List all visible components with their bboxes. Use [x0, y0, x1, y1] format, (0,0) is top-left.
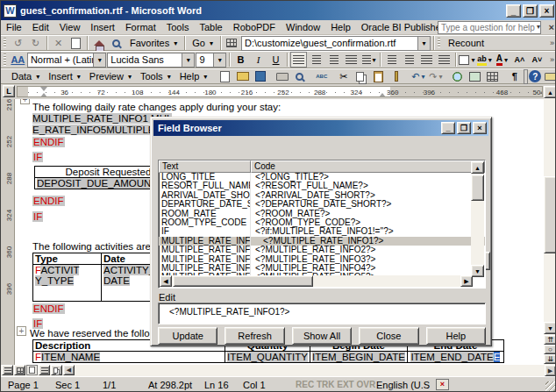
stop-icon[interactable]: ✕	[50, 35, 67, 51]
decrease-indent-button[interactable]	[418, 52, 435, 68]
doc-field[interactable]: ITEM_QUANTITY	[227, 352, 308, 362]
grow-font-button[interactable]: A˄	[511, 52, 528, 68]
toolbar-grip[interactable]	[4, 38, 6, 49]
new-document-icon[interactable]	[217, 68, 233, 84]
bullets-button[interactable]	[401, 52, 417, 68]
doc-field[interactable]: ITEM_NAME	[41, 352, 100, 362]
paste-icon[interactable]	[370, 68, 387, 84]
field-list[interactable]: Text Code LONG_TITLE<?LONG_TITLE?>RESORT…	[158, 160, 486, 289]
menu-item-robopdf[interactable]: RoboPDF	[228, 21, 281, 33]
print-layout-view-icon[interactable]	[26, 365, 38, 375]
deposit-field[interactable]: DEPOSIT_DUE_AMOUN	[37, 178, 151, 189]
question-dropdown-icon[interactable]: ▾	[537, 23, 540, 31]
redo-icon[interactable]: ↷▾	[427, 68, 444, 84]
title-bar[interactable]: W guest_confirmation.rtf - Microsoft Wor…	[1, 1, 556, 20]
numbering-button[interactable]	[383, 52, 400, 68]
web-layout-view-icon[interactable]	[14, 365, 25, 375]
horizontal-ruler[interactable]: 3672108144180216252288324360396468504	[17, 86, 543, 97]
status-language[interactable]: English (U.S	[376, 380, 430, 390]
vertical-ruler[interactable]: 216252288324360396	[1, 99, 15, 365]
field-row[interactable]: IF<?if:MULTIPLE_RATE_INFO1!=''?>	[159, 227, 485, 236]
menu-item-format[interactable]: Format	[120, 21, 161, 33]
font-color-button[interactable]: A▾	[494, 52, 510, 68]
deposit-table[interactable]: Deposit Requested DEPOSIT_DUE_AMOUN	[34, 166, 153, 189]
right-indent-marker[interactable]	[379, 93, 386, 97]
next-page-icon[interactable]: ⇊	[544, 354, 556, 364]
vertical-scrollbar[interactable]: ▲ ▼ ⇈ ○ ⇊	[544, 86, 556, 365]
table-move-handle-icon[interactable]: +	[20, 99, 30, 104]
print-icon[interactable]	[274, 68, 290, 84]
menu-item-help[interactable]: Help	[325, 21, 356, 33]
update-button[interactable]: Update	[158, 327, 217, 345]
italic-button[interactable]: I	[250, 52, 267, 68]
menu-item-tools[interactable]: Tools	[161, 21, 195, 33]
menu-item-view[interactable]: View	[54, 21, 86, 33]
previous-page-icon[interactable]: ⇈	[544, 335, 556, 345]
field-row[interactable]: LONG_TITLE<?LONG_TITLE?>	[159, 173, 485, 182]
resize-grip[interactable]	[545, 381, 556, 392]
doc-field[interactable]: ITEM_BEGIN_DATE	[312, 352, 405, 362]
field-row[interactable]: MULTIPLE_RATE_INFO3<?MULTIPLE_RATE_INFO3…	[159, 255, 485, 264]
spelling-icon[interactable]: ABC	[313, 68, 330, 84]
print-preview-icon[interactable]	[291, 68, 308, 84]
border-button[interactable]: ▾	[459, 52, 475, 68]
recount-button[interactable]: Recount	[444, 37, 488, 49]
menu-item-edit[interactable]: Edit	[27, 21, 54, 33]
scroll-thumb[interactable]	[544, 176, 556, 253]
font-dropdown-icon[interactable]: ▾	[182, 53, 194, 67]
doc-if-field[interactable]: IF	[32, 211, 43, 222]
font-size-combo[interactable]: 9 ▾	[196, 53, 226, 68]
dialog-maximize-button[interactable]: ❐	[457, 122, 471, 134]
help-button[interactable]: Help	[426, 327, 486, 345]
field-row[interactable]: MULTIPLE_RATE_INFO4<?MULTIPLE_RATE_INFO4…	[159, 264, 485, 273]
field-row[interactable]: RESORT_FULL_NAME<?RESORT_FULL_NAME?>	[159, 182, 485, 190]
style-combo[interactable]: Normal + (Latir ▾	[27, 53, 106, 68]
tab-selector[interactable]: L	[3, 85, 15, 97]
normal-view-icon[interactable]	[2, 365, 13, 375]
minimize-button[interactable]: _	[506, 4, 521, 18]
hanging-indent-marker[interactable]	[40, 93, 47, 97]
doc-endif-field[interactable]: ENDIF	[32, 303, 65, 314]
field-row[interactable]: MULTIPLE_RATE_INFO1<?MULTIPLE_RATE_INFO1…	[159, 237, 485, 246]
save-icon[interactable]	[252, 68, 268, 84]
list-horizontal-scrollbar[interactable]: ◀ ▶	[160, 275, 473, 287]
scroll-down-icon[interactable]: ▼	[471, 265, 484, 277]
zoom-combo[interactable]: 110% ▾	[524, 69, 528, 84]
list-vertical-scrollbar[interactable]: ▲ ▼	[471, 161, 484, 277]
spelling-status-icon[interactable]: ×	[436, 379, 449, 390]
menu-item-window[interactable]: Window	[281, 21, 325, 33]
cut-icon[interactable]: ✂	[335, 68, 352, 84]
scroll-up-icon[interactable]: ▲	[544, 86, 556, 98]
select-browse-object-icon[interactable]: ○	[544, 345, 556, 354]
menu-item-file[interactable]: File	[1, 21, 27, 33]
styles-and-formatting-icon[interactable]: AA	[10, 52, 26, 68]
bip-menu-data[interactable]: Data▾	[7, 70, 44, 82]
dialog-title-bar[interactable]: Field Browser _ ❐ ×	[153, 120, 488, 136]
bip-menu-insert[interactable]: Insert▾	[44, 70, 85, 82]
column-header-text[interactable]: Text	[159, 160, 251, 173]
field-list-header[interactable]: Text Code	[159, 160, 485, 173]
back-icon[interactable]: ↺	[10, 35, 26, 51]
first-line-indent-marker[interactable]	[40, 87, 47, 91]
field-row[interactable]: MULTIPLE_RATE_INFO2<?MULTIPLE_RATE_INFO2…	[159, 246, 485, 254]
menu-item-table[interactable]: Table	[194, 21, 227, 33]
bip-menu-tools[interactable]: Tools▾	[136, 70, 175, 82]
style-dropdown-icon[interactable]: ▾	[93, 53, 105, 67]
menu-item-insert[interactable]: Insert	[85, 21, 120, 33]
status-modes[interactable]: REC TRK EXT OVR	[296, 380, 375, 389]
justify-button[interactable]	[343, 52, 360, 68]
doc-if-field[interactable]: IF	[32, 152, 43, 162]
dialog-minimize-button[interactable]: _	[441, 122, 455, 134]
underline-button[interactable]: U	[267, 52, 284, 68]
doc-field[interactable]: DATE	[103, 275, 130, 286]
copy-icon[interactable]	[353, 68, 369, 84]
web-search-icon[interactable]	[108, 35, 125, 51]
scroll-up-icon[interactable]: ▲	[471, 161, 484, 174]
close-button[interactable]: Close	[359, 327, 418, 345]
dialog-close-button[interactable]: ×	[473, 122, 487, 134]
zoom-dropdown-icon[interactable]: ▾	[524, 70, 527, 83]
maximize-button[interactable]: ❐	[523, 4, 538, 18]
horizontal-scrollbar[interactable]: ◀ ▶	[1, 365, 556, 376]
read-icon[interactable]	[542, 68, 556, 84]
doc-field[interactable]: Y_TYPE	[35, 275, 74, 286]
